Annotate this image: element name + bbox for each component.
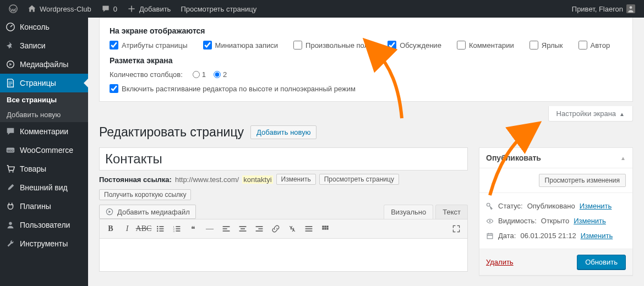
sidebar-item-tools[interactable]: Инструменты	[0, 234, 88, 253]
tab-text[interactable]: Текст	[435, 205, 468, 219]
preview-button[interactable]: Просмотреть изменения	[539, 174, 626, 187]
pages-submenu: Все страницы Добавить новую	[0, 92, 88, 122]
edit-status-link[interactable]: Изменить	[580, 202, 612, 210]
check-comments[interactable]: Комментарии	[457, 41, 514, 50]
align-left-button[interactable]	[219, 222, 234, 236]
show-on-screen-heading: На экране отображаются	[110, 26, 623, 35]
sidebar-column: Опубликовать ▲ Просмотреть изменения Ста…	[479, 147, 633, 286]
check-custom-fields[interactable]: Произвольные поля	[293, 41, 372, 50]
plus-icon	[127, 4, 136, 13]
unlink-button[interactable]	[285, 222, 300, 236]
sidebar-item-users[interactable]: Пользователи	[0, 216, 88, 234]
fullscreen-button[interactable]	[449, 222, 464, 236]
edit-date-link[interactable]: Изменить	[581, 232, 613, 240]
edit-visibility-link[interactable]: Изменить	[574, 217, 606, 225]
check-editor-expand[interactable]: Включить растягивание редактора по высот…	[110, 84, 356, 93]
view-label: Просмотреть страницу	[181, 5, 256, 13]
main-content: На экране отображаются Атрибуты страницы…	[88, 18, 644, 286]
editor-content[interactable]	[99, 239, 468, 272]
ol-button[interactable]: 123	[169, 222, 184, 236]
sidebar-item-label: Консоль	[20, 23, 50, 31]
sidebar-item-label: Плагины	[20, 202, 51, 211]
sidebar-item-plugins[interactable]: Плагины	[0, 197, 88, 216]
comments-count: 0	[113, 5, 117, 13]
publish-box: Опубликовать ▲ Просмотреть изменения Ста…	[479, 147, 633, 276]
publish-title: Опубликовать	[486, 153, 541, 162]
chevron-up-icon: ▲	[619, 111, 625, 117]
check-page-attributes[interactable]: Атрибуты страницы	[110, 41, 188, 50]
ul-button[interactable]	[152, 222, 168, 236]
svg-text:3: 3	[173, 230, 175, 233]
tab-visual[interactable]: Визуально	[384, 205, 433, 219]
view-page-link[interactable]: Просмотреть страницу	[176, 0, 261, 18]
svg-rect-20	[176, 228, 180, 229]
media-icon	[105, 207, 114, 216]
submenu-add-page[interactable]: Добавить новую	[0, 107, 88, 122]
sidebar-item-posts[interactable]: Записи	[0, 36, 88, 55]
sidebar-item-dashboard[interactable]: Консоль	[0, 18, 88, 36]
admin-bar: Wordpress-Club 0 Добавить Просмотреть ст…	[0, 0, 644, 18]
svg-point-8	[12, 171, 14, 173]
strike-button[interactable]: ABC	[136, 222, 151, 236]
check-slug[interactable]: Ярлык	[530, 41, 563, 50]
update-button[interactable]: Обновить	[577, 255, 626, 270]
get-shortlink-button[interactable]: Получить короткую ссылку	[99, 189, 191, 200]
columns-1[interactable]: 1	[193, 70, 206, 79]
sidebar-item-appearance[interactable]: Внешний вид	[0, 178, 88, 197]
user-menu[interactable]: Привет, Flaeron	[567, 0, 640, 18]
svg-rect-40	[326, 228, 328, 229]
check-featured-image[interactable]: Миниатюра записи	[203, 41, 279, 50]
svg-point-13	[157, 228, 158, 229]
sidebar-item-label: Комментарии	[20, 127, 68, 136]
wp-logo[interactable]	[4, 0, 22, 18]
layout-columns: Количество столбцов: 1 2	[110, 70, 623, 79]
add-media-button[interactable]: Добавить медиафайл	[99, 205, 196, 219]
link-button[interactable]	[268, 222, 283, 236]
quote-button[interactable]: ❝	[185, 222, 201, 236]
svg-text:woo: woo	[7, 148, 14, 152]
sidebar-item-media[interactable]: Медиафайлы	[0, 55, 88, 74]
date-value: 06.01.2015 21:12	[520, 232, 576, 240]
date-row: Дата: 06.01.2015 21:12 Изменить	[486, 228, 626, 243]
wordpress-icon	[9, 4, 18, 13]
check-discussion[interactable]: Обсуждение	[388, 41, 441, 50]
italic-button[interactable]: I	[119, 222, 135, 236]
visibility-row: Видимость: Открыто Изменить	[486, 213, 626, 228]
screen-options-tab[interactable]: Настройки экрана▲	[548, 106, 633, 122]
more-button[interactable]	[301, 222, 316, 236]
check-label: Комментарии	[469, 41, 514, 50]
status-value: Опубликовано	[527, 202, 575, 210]
post-title-input[interactable]	[99, 147, 468, 170]
columns-2[interactable]: 2	[214, 70, 227, 79]
sidebar-item-woocommerce[interactable]: woo WooCommerce	[0, 141, 88, 160]
align-right-button[interactable]	[252, 222, 267, 236]
bold-button[interactable]: B	[103, 222, 118, 236]
add-new-page-button[interactable]: Добавить новую	[250, 125, 316, 139]
eye-icon	[486, 217, 494, 225]
add-new-link[interactable]: Добавить	[123, 0, 175, 18]
align-center-button[interactable]	[235, 222, 250, 236]
check-author[interactable]: Автор	[578, 41, 610, 50]
toolbar-toggle-button[interactable]	[318, 222, 333, 236]
sidebar-item-products[interactable]: Товары	[0, 160, 88, 178]
view-page-button[interactable]: Просмотреть страницу	[319, 174, 399, 185]
svg-rect-30	[258, 228, 263, 229]
svg-point-11	[157, 226, 158, 227]
hr-button[interactable]: —	[202, 222, 217, 236]
sidebar-item-comments[interactable]: Комментарии	[0, 122, 88, 141]
status-row: Статус: Опубликовано Изменить	[486, 199, 626, 213]
site-link[interactable]: Wordpress-Club	[23, 0, 96, 18]
cart-icon	[6, 164, 15, 174]
comments-link[interactable]: 0	[97, 0, 122, 18]
greeting: Привет, Flaeron	[572, 5, 623, 13]
publish-heading[interactable]: Опубликовать ▲	[479, 148, 632, 168]
edit-slug-button[interactable]: Изменить	[276, 174, 316, 185]
delete-link[interactable]: Удалить	[486, 258, 514, 266]
sidebar-item-pages[interactable]: Страницы	[0, 74, 88, 92]
svg-rect-24	[223, 228, 227, 229]
svg-rect-18	[176, 226, 180, 227]
svg-point-9	[9, 222, 12, 225]
visibility-value: Открыто	[541, 217, 569, 225]
submenu-all-pages[interactable]: Все страницы	[0, 92, 88, 107]
sidebar-item-label: Записи	[20, 41, 45, 50]
